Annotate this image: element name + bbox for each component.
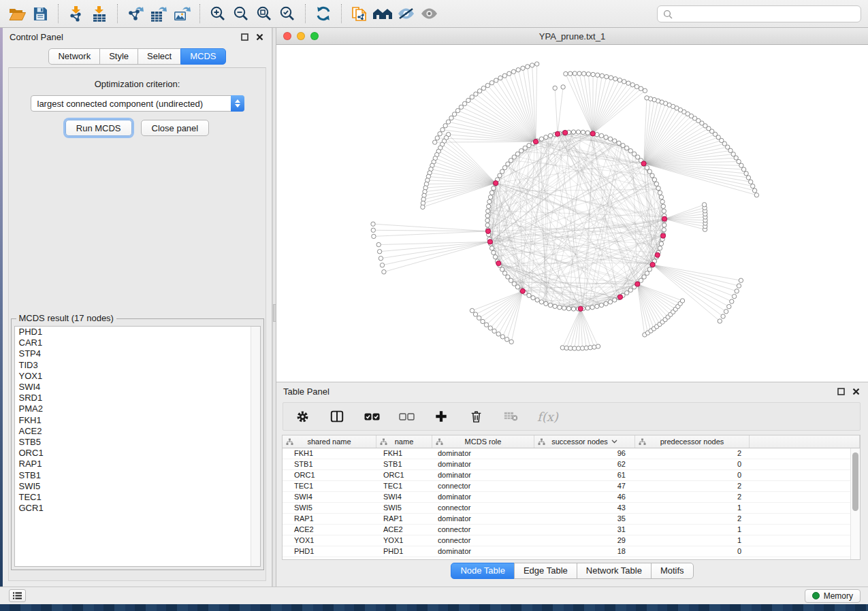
memory-button[interactable]: Memory xyxy=(805,589,861,603)
refresh-view-button[interactable] xyxy=(312,3,335,24)
toolbar-separator xyxy=(199,4,200,23)
table-settings-button[interactable] xyxy=(294,408,310,425)
first-neighbors-button[interactable] xyxy=(371,3,394,24)
mcds-result-item[interactable]: PHD1 xyxy=(15,327,260,337)
close-icon xyxy=(852,388,860,395)
mcds-result-item[interactable]: STP4 xyxy=(15,348,260,359)
zoom-selected-button[interactable] xyxy=(276,3,299,24)
mcds-result-item[interactable]: RAP1 xyxy=(15,459,260,469)
close-table-panel-button[interactable] xyxy=(850,386,861,397)
mcds-result-item[interactable]: GCR1 xyxy=(15,503,260,514)
mcds-result-item[interactable]: SWI4 xyxy=(15,382,260,393)
save-session-button[interactable] xyxy=(29,3,52,24)
mcds-result-item[interactable]: SRD1 xyxy=(15,393,260,403)
mcds-result-item[interactable]: STB5 xyxy=(15,437,260,448)
delete-table-button[interactable] xyxy=(502,408,519,425)
mcds-result-item[interactable]: YOX1 xyxy=(15,371,260,382)
deselect-all-button[interactable] xyxy=(398,408,415,425)
table-tab-edge-table[interactable]: Edge Table xyxy=(514,563,577,579)
houses-icon xyxy=(372,6,393,21)
table-row[interactable]: STB1STB1dominator620 xyxy=(283,459,860,470)
mcds-result-list[interactable]: PHD1CAR1STP4TID3YOX1SWI4SRD1PMA2FKH1ACE2… xyxy=(14,326,261,567)
tab-network[interactable]: Network xyxy=(48,48,100,65)
import-network-button[interactable] xyxy=(65,3,88,24)
node-table-body: FKH1FKH1dominator962STB1STB1dominator620… xyxy=(283,448,860,557)
mcds-result-item[interactable]: PMA2 xyxy=(15,403,260,414)
table-scrollbar[interactable] xyxy=(850,448,860,559)
table-cell: 0 xyxy=(635,470,750,480)
delete-column-button[interactable] xyxy=(468,408,484,425)
network-canvas[interactable] xyxy=(276,45,868,381)
table-row[interactable]: ORC1ORC1dominator610 xyxy=(283,470,860,481)
export-image-button[interactable] xyxy=(170,3,193,24)
table-row[interactable]: TEC1TEC1connector472 xyxy=(283,481,860,492)
table-row[interactable]: RAP1RAP1dominator352 xyxy=(283,514,860,525)
table-row[interactable]: FKH1FKH1dominator962 xyxy=(283,448,860,459)
mcds-result-item[interactable]: FKH1 xyxy=(15,415,260,426)
import-network-icon xyxy=(69,6,84,22)
close-mcds-panel-button[interactable]: Close panel xyxy=(141,120,210,136)
mcds-result-item[interactable]: SWI5 xyxy=(15,481,260,492)
toolbar-separator xyxy=(117,4,118,23)
clone-network-button[interactable] xyxy=(348,3,371,24)
table-row[interactable]: SWI4SWI4dominator462 xyxy=(283,492,860,503)
mcds-result-item[interactable]: ORC1 xyxy=(15,448,260,459)
search-input[interactable] xyxy=(677,9,855,19)
refresh-icon xyxy=(315,5,332,22)
float-window-icon xyxy=(837,388,845,395)
optimization-criterion-label: Optimization criterion: xyxy=(95,79,180,89)
tab-style[interactable]: Style xyxy=(99,48,138,65)
add-column-button[interactable] xyxy=(433,408,449,425)
column-header-mcds-role[interactable]: MCDS role xyxy=(432,435,534,448)
task-history-button[interactable] xyxy=(9,589,26,602)
float-panel-button[interactable] xyxy=(239,32,250,43)
show-columns-button[interactable] xyxy=(329,408,345,425)
tab-select[interactable]: Select xyxy=(138,48,181,65)
table-tab-network-table[interactable]: Network Table xyxy=(577,563,652,579)
run-mcds-button[interactable]: Run MCDS xyxy=(65,120,132,136)
table-cell: connector xyxy=(432,503,534,513)
criterion-dropdown[interactable]: largest connected component (undirected) xyxy=(31,95,244,112)
table-row[interactable]: ACE2ACE2connector311 xyxy=(283,525,860,535)
column-header-predecessor-nodes[interactable]: predecessor nodes xyxy=(635,435,750,448)
mcds-list-scrollbar[interactable] xyxy=(251,327,260,566)
table-cell: dominator xyxy=(432,448,534,459)
zoom-out-button[interactable] xyxy=(229,3,253,24)
show-all-button[interactable] xyxy=(417,3,440,24)
hide-selected-button[interactable] xyxy=(394,3,417,24)
hamburger-list-icon xyxy=(13,592,22,599)
network-view[interactable] xyxy=(276,45,868,381)
column-header-shared-name[interactable]: shared name xyxy=(283,435,376,448)
table-cell: connector xyxy=(432,525,534,535)
table-row[interactable]: SWI5SWI5connector431 xyxy=(283,503,860,514)
column-header-successor-nodes[interactable]: successor nodes xyxy=(534,435,635,448)
table-cell: ORC1 xyxy=(283,470,376,480)
tab-mcds[interactable]: MCDS xyxy=(180,48,225,65)
mcds-result-item[interactable]: CAR1 xyxy=(15,337,260,348)
table-scrollbar-thumb[interactable] xyxy=(852,452,858,511)
control-panel: Control Panel NetworkStyleSelectMCDS Opt… xyxy=(3,28,272,587)
function-builder-button[interactable]: f(x) xyxy=(537,410,558,424)
export-table-button[interactable] xyxy=(147,3,170,24)
float-table-panel-button[interactable] xyxy=(835,386,846,397)
table-row[interactable]: PHD1PHD1dominator180 xyxy=(283,546,860,557)
export-network-button[interactable] xyxy=(124,3,147,24)
table-cell: TEC1 xyxy=(376,481,432,491)
table-cell: connector xyxy=(432,481,534,491)
table-row[interactable]: YOX1YOX1connector291 xyxy=(283,535,860,546)
mcds-result-item[interactable]: TID3 xyxy=(15,360,260,371)
import-table-button[interactable] xyxy=(88,3,111,24)
mcds-result-item[interactable]: ACE2 xyxy=(15,426,260,437)
mcds-result-item[interactable]: TEC1 xyxy=(15,492,260,503)
mcds-result-item[interactable]: STB1 xyxy=(15,470,260,481)
unchecked-boxes-icon xyxy=(399,413,415,420)
zoom-fit-button[interactable] xyxy=(253,3,276,24)
column-header-name[interactable]: name xyxy=(376,435,432,448)
close-panel-button[interactable] xyxy=(254,32,265,43)
table-tab-node-table[interactable]: Node Table xyxy=(451,563,515,579)
main-toolbar xyxy=(0,0,868,28)
open-file-button[interactable] xyxy=(5,3,29,24)
table-tab-motifs[interactable]: Motifs xyxy=(651,563,694,579)
select-all-button[interactable] xyxy=(364,408,380,425)
zoom-in-button[interactable] xyxy=(206,3,229,24)
